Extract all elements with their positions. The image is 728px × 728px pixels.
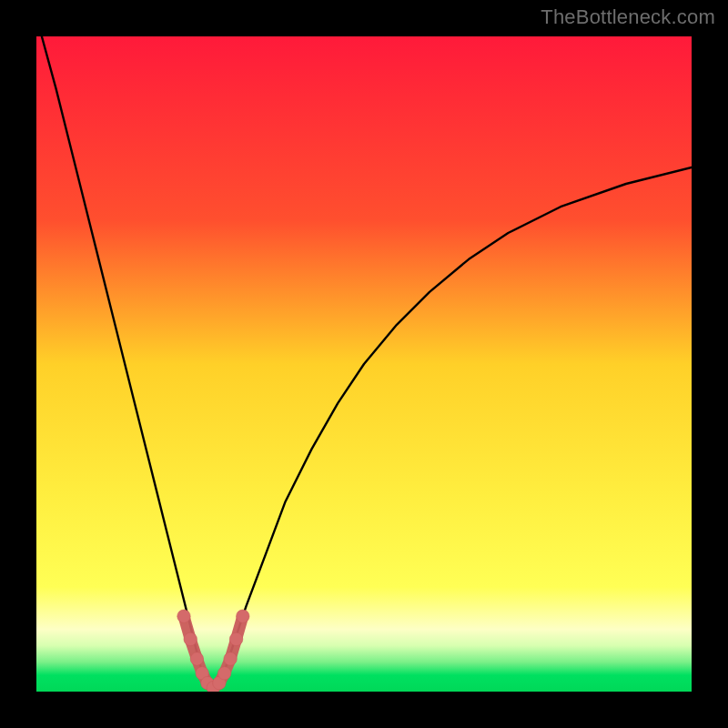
svg-point-1 [177,610,190,622]
watermark-text: TheBottleneck.com [541,5,715,29]
plot-area [36,36,692,692]
svg-point-9 [224,652,237,665]
chart-svg [36,36,692,692]
svg-point-11 [237,610,249,622]
svg-point-2 [184,632,197,645]
svg-point-3 [190,652,203,665]
svg-point-8 [217,667,230,680]
svg-point-10 [229,632,242,645]
chart-frame: TheBottleneck.com [0,0,728,728]
